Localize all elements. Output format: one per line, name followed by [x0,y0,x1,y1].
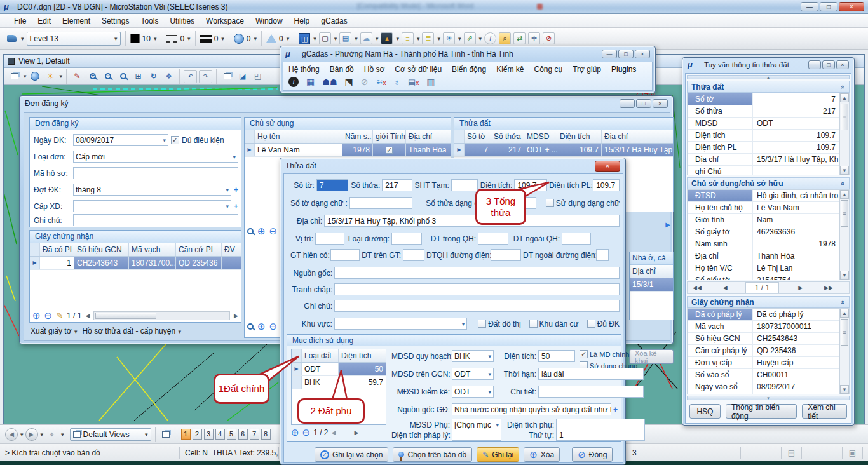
class-globe-icon[interactable] [234,34,244,44]
gcn-hscrollbar[interactable] [93,311,230,320]
don-minimize-button[interactable]: — [620,99,635,108]
export-icon[interactable]: ⇗ [464,32,476,44]
zoom-settings-icon[interactable]: ✳ [443,32,455,44]
gcadas-minimize-button[interactable]: — [602,50,617,58]
don-titlebar[interactable]: Đơn đăng ký — □ × [20,96,673,111]
dt-ngoai-qh-input[interactable] [562,232,591,245]
level-display-dropdown-icon[interactable]: ▾ [417,36,420,42]
pager-prev-icon[interactable]: ◀ [723,285,728,291]
dien-tich-phap-ly-input[interactable] [452,429,501,441]
ghi-lai-va-chon-button[interactable]: ✓ Ghi lại và chọn [315,447,388,462]
su-dung-dang-chu-checkbox[interactable] [546,199,554,207]
csd-search-icon[interactable] [247,228,254,234]
panel-row[interactable]: Căn cứ pháp lýQD 235436 [688,345,839,357]
view-groups-combo[interactable]: Default Views ▾ [70,428,151,441]
disable-icon[interactable]: ⊘ [543,32,555,44]
menu-file[interactable]: File [9,15,31,27]
mdsd-add-icon[interactable]: ⊕ [291,428,299,437]
thua-scroll-right-icon[interactable]: ▶ [665,221,670,228]
panel-row[interactable]: Đơn vị cấpHuyện cấp [688,357,839,369]
don-thua-row[interactable]: ▸ 7 217 ODT + ... 109.7 15/3/17 Hà Huy T… [454,144,673,157]
models-icon[interactable]: ◫ [299,33,310,44]
dtqh-duong-dien-input[interactable] [491,249,521,261]
panel-close-button[interactable]: × [836,60,849,69]
panel-row[interactable]: Năm sinh1978 [688,238,839,250]
raster-manager-icon[interactable]: ▲ [381,32,393,44]
template-dropdown-icon[interactable]: ▾ [287,36,290,42]
collapse-icon[interactable]: « [839,84,847,88]
loai-don-combo[interactable]: Cấp mới▾ [73,151,238,163]
models-dropdown-icon[interactable]: ▾ [313,36,316,42]
dlg-close-button[interactable]: × [595,161,620,172]
col-nha-dia-chi[interactable]: Địa chỉ [630,265,673,278]
gcadas-menu-biendong[interactable]: Biến động [452,65,486,74]
display-style-icon[interactable]: ☀ [44,70,57,83]
view-toggle-3[interactable]: 3 [204,429,214,440]
dot-dk-add-icon[interactable]: + [234,185,238,194]
line-weight-icon[interactable] [200,35,212,43]
rotate-view-icon[interactable]: ↻ [147,70,160,83]
ghi-chu-input[interactable] [73,214,238,226]
forward-dropdown-icon[interactable]: ▾ [41,431,44,438]
panel-row[interactable]: Ngày vào sổ08/09/2017 [688,381,839,393]
col-dv[interactable]: ĐV [222,243,241,256]
xem-chi-tiet-button[interactable]: Xem chi tiết [802,404,847,419]
active-element-dropdown-icon[interactable]: ▾ [21,36,24,42]
panel-row[interactable]: Số giấy tờ21545754 [688,274,839,280]
view-toggle-7[interactable]: 7 [250,429,259,440]
color-swatch[interactable] [130,34,140,43]
section1-scrollbar[interactable]: ▲ ≡ ▼ [839,93,849,175]
section-gcn-header[interactable]: Giấy chứng nhận« [687,296,850,308]
so-to-input[interactable]: 7 [316,179,348,191]
scroll-thumb[interactable]: ≡ [841,200,848,227]
clip-mask-icon[interactable]: ◰ [251,70,264,83]
gcadas-polygon-icon[interactable]: ⬔ [345,77,353,87]
gcadas-menu-bando[interactable]: Bản đồ [330,65,354,74]
mdsd-qh-combo[interactable]: BHK▾ [452,350,494,362]
don-gcn-row[interactable]: ▸ 1 CH2543643 180731700... QD 235436 [30,257,241,270]
mdsd-gcn-combo[interactable]: ODT▾ [452,368,494,380]
panel-row[interactable]: Số thửa217 [688,105,839,118]
col-dien-tich[interactable]: Diện tích [557,130,602,143]
dong-button[interactable]: ⊘ Đóng [572,447,613,462]
menu-help[interactable]: Help [289,15,315,27]
gcn-edit-icon[interactable]: ✎ [56,311,63,320]
mdsd-pager-prev-icon[interactable]: ◀ [332,429,336,436]
col-so-to[interactable]: Số tờ [465,130,491,143]
menu-tools[interactable]: Tools [135,15,163,27]
template-icon[interactable] [266,34,276,43]
gcadas-layers-remove-icon[interactable]: ≋x [376,78,386,87]
exchange-icon[interactable]: ⇄ [513,32,526,44]
panel-row[interactable] [688,393,839,394]
don-csd-row[interactable]: ▸ Lê Văn Nam 1978 ✓ Thanh Hóa [245,144,451,157]
panel-row[interactable]: Số giấy tờ462363636 [688,226,839,238]
chon-tren-ban-do-button[interactable]: Chọn trên bản đồ [393,447,472,462]
gcadas-menu-plugins[interactable]: Plugins [611,65,636,74]
status-scroll-icon[interactable]: ▤ [782,447,802,459]
nguon-goc-gd-add-icon[interactable]: + [613,405,618,414]
gcadas-menu-hethong[interactable]: Hệ thống [288,65,320,74]
scroll-thumb[interactable]: ≡ [841,319,848,346]
gcadas-doc-remove-icon[interactable]: ▤x [408,78,419,87]
view-previous-icon[interactable]: ↶ [184,70,197,83]
view-toggle-4[interactable]: 4 [215,429,225,440]
panel-maximize-button[interactable]: □ [822,60,835,69]
col-da-co-pl[interactable]: Đã có PL [40,243,74,256]
nha-search-icon[interactable] [247,323,254,330]
khu-dan-cu-checkbox[interactable] [529,320,538,328]
dat-do-thi-checkbox[interactable] [478,320,486,328]
xuat-giay-to-button[interactable]: Xuất giấy tờ ▾ [31,327,77,335]
color-dropdown-icon[interactable]: ▾ [154,36,157,42]
menu-settings[interactable]: Settings [97,15,134,27]
scroll-up-icon[interactable]: ▲ [840,190,849,199]
panel-row[interactable]: Họ tên V/CLê Thị Lan [688,262,839,274]
active-element-icon[interactable] [5,32,18,45]
panel-titlebar[interactable]: μ Tuy vấn thông tin thửa đất — □ × [682,58,854,72]
dt-tren-gt-input[interactable] [403,249,424,261]
pan-view-icon[interactable]: ❖ [162,70,175,83]
nha-remove-icon[interactable]: ⊖ [269,321,278,331]
panel-row[interactable]: Đã có pháp lýĐã có pháp lý [688,309,839,321]
gcadas-info-icon[interactable]: i [288,77,299,87]
view-window-dropdown-icon[interactable]: ▾ [24,73,27,79]
tranh-chap-input[interactable] [334,283,620,295]
